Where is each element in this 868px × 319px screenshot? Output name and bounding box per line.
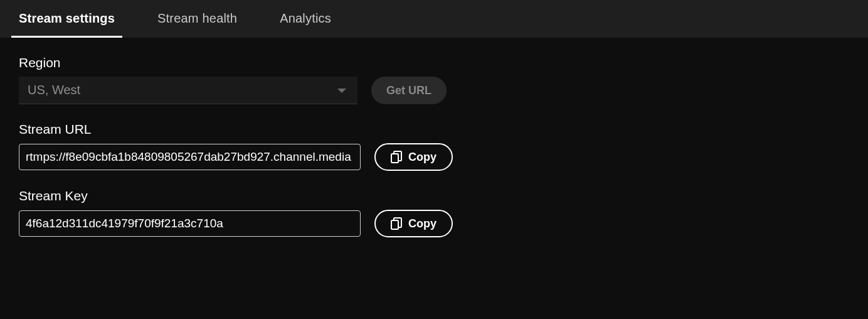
region-label: Region [19,55,849,70]
stream-key-label: Stream Key [19,188,849,203]
stream-url-input[interactable] [19,144,361,170]
tab-stream-health[interactable]: Stream health [150,11,245,38]
svg-rect-1 [391,220,398,229]
copy-label: Copy [408,151,437,164]
copy-label: Copy [408,217,437,230]
copy-icon [391,217,402,230]
stream-url-row: Copy [19,143,849,171]
copy-stream-key-button[interactable]: Copy [374,210,453,237]
copy-icon [391,151,402,163]
tab-stream-settings[interactable]: Stream settings [11,11,122,38]
region-selected-value: US, West [28,83,80,97]
tab-analytics[interactable]: Analytics [272,11,339,38]
stream-url-label: Stream URL [19,122,849,137]
svg-rect-0 [391,154,398,163]
stream-key-input[interactable] [19,210,361,237]
chevron-down-icon [337,88,346,93]
copy-stream-url-button[interactable]: Copy [374,143,453,171]
stream-key-row: Copy [19,210,849,237]
get-url-button[interactable]: Get URL [371,77,447,104]
region-select[interactable]: US, West [19,77,357,104]
region-row: US, West Get URL [19,77,849,104]
tab-bar: Stream settings Stream health Analytics [0,0,868,38]
content-area: Region US, West Get URL Stream URL Copy … [0,38,868,237]
